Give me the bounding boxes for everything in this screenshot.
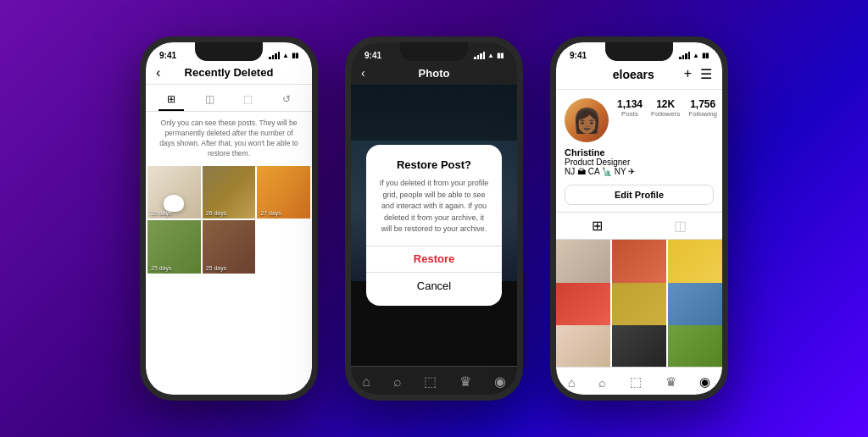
p3-photo-8[interactable] [612, 325, 666, 367]
p3-stat-followers: 12K Followers [651, 98, 680, 118]
p2-title: Photo [419, 67, 450, 80]
p1-tab-calendar[interactable]: ⬚ [235, 90, 261, 111]
p3-stat-posts: 1,134 Posts [617, 98, 643, 118]
wifi-icon-3: ▲ [693, 52, 699, 59]
p1-header: ‹ Recently Deleted [146, 64, 312, 85]
p3-posts-count: 1,134 [617, 98, 643, 110]
p1-days-2: 26 days [206, 210, 227, 216]
phone-1: 9:41 ▲ ▮▮ ‹ Recently Deleted ⊞ ◫ ⬚ ↺ [140, 36, 318, 401]
phone-2: 9:41 ▲ ▮▮ ‹ Photo Restore Post? [345, 36, 523, 401]
p2-modal-text: If you deleted it from your profile grid… [378, 178, 490, 235]
signal-icon-1 [269, 52, 280, 59]
p3-bio: Christine Product Designer NJ 🏔 CA 🗽 NY … [556, 147, 722, 181]
p3-bio-job: Product Designer [565, 158, 714, 167]
p3-stat-following: 1,756 Following [688, 98, 717, 118]
p1-tabs: ⊞ ◫ ⬚ ↺ [146, 85, 312, 112]
p2-bottom-nav: ⌂ ⌕ ⬚ ♛ ◉ [351, 366, 517, 395]
p3-info: 1,134 Posts 12K Followers 1,756 Followin… [556, 90, 722, 147]
phone-3: 9:41 ▲ ▮▮ eloears + ☰ [550, 36, 728, 401]
battery-icon-1: ▮▮ [292, 52, 298, 59]
wifi-icon-2: ▲ [487, 52, 494, 59]
p1-photo-1[interactable]: 29 days [147, 166, 201, 219]
p2-photo-area: Restore Post? If you deleted it from you… [351, 85, 517, 366]
p3-following-count: 1,756 [690, 98, 715, 110]
battery-icon-2: ▮▮ [497, 52, 504, 59]
status-time-1: 9:41 [159, 51, 176, 60]
p2-modal: Restore Post? If you deleted it from you… [366, 145, 502, 306]
phone-2-screen: 9:41 ▲ ▮▮ ‹ Photo Restore Post? [351, 42, 517, 395]
p1-tab-clock[interactable]: ↺ [274, 90, 299, 111]
p3-nav-profile-icon[interactable]: ◉ [699, 374, 710, 390]
p3-header-icons: + ☰ [684, 66, 712, 82]
p3-nav-search-icon[interactable]: ⌕ [598, 375, 606, 390]
p3-grid-tabs: ⊞ ◫ [556, 212, 722, 240]
p3-photo-grid [556, 240, 722, 367]
p1-tab-grid[interactable]: ⊞ [159, 90, 184, 111]
p3-photo-7[interactable] [556, 325, 610, 367]
p1-photo-3[interactable]: 27 days [257, 166, 310, 219]
status-time-3: 9:41 [570, 51, 587, 60]
p3-grid-tab-photos[interactable]: ⊞ [592, 218, 603, 234]
p1-days-1: 29 days [151, 210, 172, 216]
p1-photo-4[interactable]: 25 days [147, 220, 201, 274]
p3-following-label: Following [688, 110, 717, 118]
notch-1 [195, 42, 263, 61]
battery-icon-3: ▮▮ [702, 52, 709, 59]
p2-nav-shop-icon[interactable]: ♛ [459, 373, 471, 390]
p2-nav-home-icon[interactable]: ⌂ [362, 374, 370, 390]
p1-tab-portrait[interactable]: ◫ [197, 90, 223, 111]
p2-cancel-button[interactable]: Cancel [378, 273, 490, 299]
p3-menu-icon[interactable]: ☰ [700, 66, 712, 82]
status-time-2: 9:41 [364, 51, 381, 60]
p1-title: Recently Deleted [185, 66, 274, 79]
phone-3-screen: 9:41 ▲ ▮▮ eloears + ☰ [556, 42, 722, 395]
p1-back-button[interactable]: ‹ [156, 65, 160, 80]
p3-avatar [565, 98, 609, 142]
signal-icon-3 [679, 52, 690, 59]
p3-username: eloears [613, 68, 654, 81]
p2-modal-overlay: Restore Post? If you deleted it from you… [351, 85, 517, 366]
p2-nav-reel-icon[interactable]: ⬚ [424, 373, 437, 390]
p1-photo-2[interactable]: 26 days [203, 166, 256, 219]
notch-3 [605, 42, 673, 61]
p1-photo-5[interactable]: 25 days [203, 220, 256, 274]
phone-1-screen: 9:41 ▲ ▮▮ ‹ Recently Deleted ⊞ ◫ ⬚ ↺ [146, 42, 312, 395]
status-icons-1: ▲ ▮▮ [269, 52, 298, 59]
p3-bio-location: NJ 🏔 CA 🗽 NY ✈ [565, 167, 714, 176]
p2-modal-title: Restore Post? [378, 158, 490, 171]
p3-add-icon[interactable]: + [684, 66, 692, 82]
status-icons-2: ▲ ▮▮ [474, 52, 504, 59]
p3-followers-label: Followers [651, 110, 680, 118]
status-icons-3: ▲ ▮▮ [679, 52, 709, 59]
p1-days-3: 27 days [260, 210, 281, 216]
p3-bio-name: Christine [565, 147, 714, 158]
p3-photo-9[interactable] [668, 325, 722, 367]
p2-back-button[interactable]: ‹ [361, 66, 365, 80]
p2-nav-profile-icon[interactable]: ◉ [494, 373, 506, 390]
p1-days-5: 25 days [206, 265, 227, 271]
p2-nav-search-icon[interactable]: ⌕ [393, 374, 402, 390]
p3-posts-label: Posts [621, 110, 638, 118]
signal-icon-2 [474, 52, 485, 59]
p2-header: ‹ Photo [351, 64, 517, 85]
p3-grid-tab-profile[interactable]: ◫ [674, 218, 687, 234]
p1-days-4: 25 days [151, 265, 172, 271]
p3-nav-shop-icon[interactable]: ♛ [665, 374, 676, 390]
p3-edit-profile-button[interactable]: Edit Profile [565, 185, 714, 205]
p3-header: eloears + ☰ [556, 64, 722, 90]
p1-notice: Only you can see these posts. They will … [146, 112, 312, 166]
p2-restore-button[interactable]: Restore [378, 246, 490, 272]
p3-stats: 1,134 Posts 12K Followers 1,756 Followin… [617, 98, 717, 118]
wifi-icon-1: ▲ [282, 52, 289, 59]
p3-bottom-nav: ⌂ ⌕ ⬚ ♛ ◉ [556, 367, 722, 395]
p1-photo-grid: 29 days 26 days 27 days 25 days 25 days [146, 166, 312, 274]
p3-nav-home-icon[interactable]: ⌂ [568, 375, 576, 390]
notch-2 [400, 42, 468, 61]
p3-followers-count: 12K [656, 98, 675, 110]
p3-nav-reel-icon[interactable]: ⬚ [630, 374, 642, 390]
